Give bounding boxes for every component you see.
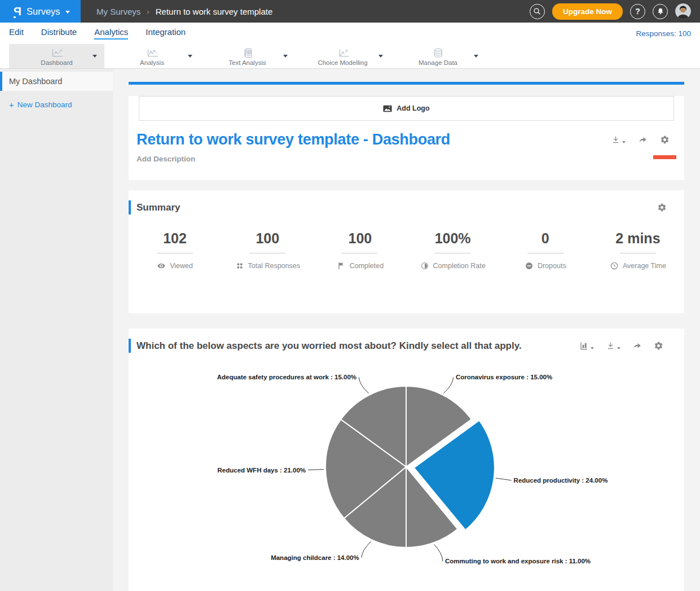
stat-value: 0 [499,230,592,247]
stat-label: Average Time [623,262,666,270]
avatar[interactable] [675,3,691,19]
pie-label: Adequate safety procedures at work : 15.… [217,374,356,380]
gear-icon [657,203,667,212]
question-settings-button[interactable] [654,341,663,351]
half-circle-icon [420,261,429,270]
questionpro-logo-icon: P [14,5,21,17]
share-arrow-icon [638,135,648,145]
breadcrumb-separator: › [147,7,149,16]
top-header-bar: P Surveys My Surveys › Return to work su… [0,0,700,23]
bar-chart-icon [579,341,589,351]
plus-icon: + [9,100,14,110]
stat-viewed: 102 Viewed [129,230,221,270]
analytics-toolbar: Dashboard Analysis Text Analysis Choice … [0,44,700,69]
chart-type-button[interactable] [579,341,594,351]
tab-edit[interactable]: Edit [9,27,24,40]
product-logo[interactable]: P Surveys [0,0,81,23]
pie-label-leader [496,478,512,480]
pie-label: Coronavirus exposure : 15.00% [456,374,552,380]
pie-label-leader [308,470,324,470]
stat-completion-rate: 100% Completion Rate [407,230,499,270]
chevron-down-icon[interactable] [283,55,288,58]
chevron-down-icon[interactable] [93,55,97,58]
download-icon [611,135,620,145]
dots-grid-icon [235,261,244,270]
stat-value: 100 [314,230,406,247]
stat-label: Dropouts [538,262,566,270]
breadcrumb-my-surveys[interactable]: My Surveys [96,7,140,16]
pie-chart-container: Coronavirus exposure : 15.00%Reduced pro… [129,361,684,591]
tab-integration[interactable]: Integration [146,27,186,40]
stat-label: Total Responses [248,262,300,270]
summary-stats: 102 Viewed 100 Total Responses 100 Compl… [129,230,684,270]
stat-average-time: 2 mins Average Time [592,230,684,270]
stat-value: 100% [407,230,499,247]
breadcrumb: My Surveys › Return to work survey templ… [96,7,272,16]
chevron-down-icon [617,347,620,349]
pie-label-leader [359,377,369,393]
breadcrumb-current: Return to work survey template [156,7,273,16]
pie-label-leader [434,544,442,561]
share-button[interactable] [638,135,648,145]
search-button[interactable] [530,4,545,19]
annotation-highlight [653,155,676,159]
sidebar-item-my-dashboard[interactable]: My Dashboard [0,72,113,91]
share-arrow-icon [632,341,642,351]
section-accent-bar [129,200,131,214]
download-button[interactable] [611,135,626,145]
add-description-button[interactable]: Add Description [137,155,684,163]
app-window: P Surveys My Surveys › Return to work su… [0,0,700,591]
summary-settings-button[interactable] [657,203,667,212]
question-share-button[interactable] [632,341,642,351]
clock-icon [610,261,619,270]
chevron-down-icon [622,141,626,143]
user-photo-icon [675,3,691,19]
trend-chart-icon [143,47,161,59]
chevron-down-icon[interactable] [378,55,383,58]
pie-label-leader [362,541,371,558]
stat-label: Viewed [170,262,193,270]
divider [527,253,563,253]
notifications-button[interactable] [653,4,668,19]
question-download-button[interactable] [606,341,620,351]
summary-title: Summary [137,202,657,213]
header-actions: Upgrade Now ? [530,3,700,20]
help-button[interactable]: ? [630,4,645,19]
tool-manage-data[interactable]: Manage Data [390,44,486,68]
stat-label: Completion Rate [433,262,486,270]
stat-value: 2 mins [592,230,684,247]
add-logo-button[interactable]: Add Logo [139,96,674,121]
tool-analysis[interactable]: Analysis [104,44,200,68]
text-analysis-icon [239,47,257,59]
section-accent-bar [129,339,131,353]
download-icon [606,341,615,351]
pie-chart-svg: Coronavirus exposure : 15.00%Reduced pro… [129,361,684,591]
gear-icon [660,135,670,145]
new-dashboard-button[interactable]: + New Dashboard [9,100,113,110]
stat-value: 102 [129,230,221,247]
upgrade-now-button[interactable]: Upgrade Now [552,3,623,20]
pie-label: Commuting to work and exposure risk : 11… [445,558,591,564]
divider [342,253,378,253]
chevron-down-icon[interactable] [474,55,478,58]
chevron-down-icon[interactable] [188,55,192,58]
stat-completed: 100 Completed [314,230,406,270]
settings-button[interactable] [660,135,670,145]
choice-modelling-icon [334,47,352,59]
tab-distribute[interactable]: Distribute [41,27,77,40]
pie-label: Reduced productivity : 24.00% [514,477,608,484]
tool-dashboard[interactable]: Dashboard [9,44,104,68]
divider [249,253,285,253]
responses-count[interactable]: Responses: 100 [636,29,691,38]
question-title: Which of the below aspects are you worri… [137,340,579,352]
tool-choice-modelling[interactable]: Choice Modelling [295,44,390,68]
question-mark-icon: ? [635,7,640,16]
pie-label-leader [443,377,454,393]
tab-analytics[interactable]: Analytics [94,27,128,40]
chevron-down-icon [591,347,594,349]
question-card: Which of the below aspects are you worri… [129,329,684,591]
tool-text-analysis[interactable]: Text Analysis [200,44,295,68]
line-chart-icon [48,47,66,59]
dashboard-title[interactable]: Return to work survey template - Dashboa… [137,130,611,149]
survey-nav-tabs: Edit Distribute Analytics Integration Re… [0,23,700,44]
